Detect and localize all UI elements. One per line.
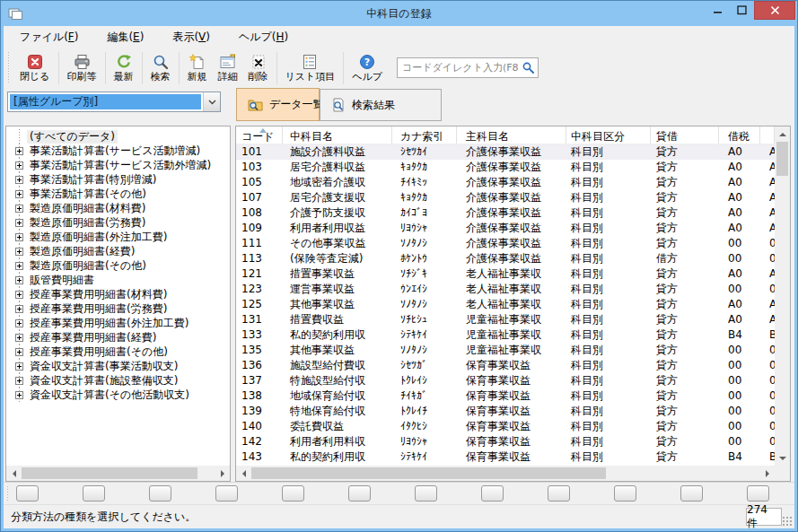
function-key-button[interactable]: [747, 485, 769, 501]
toolbar-button-list[interactable]: リスト項目: [280, 49, 341, 87]
table-vertical-scrollbar[interactable]: [775, 126, 790, 466]
column-header-kubun[interactable]: 中科目区分: [566, 126, 651, 144]
table-row[interactable]: 135 其他事業収益 ｿﾉﾀﾉｼ 児童福祉事業収 科目別 貸方 00 00: [236, 343, 775, 358]
tree-item[interactable]: 事業活動計算書(その他): [6, 187, 230, 201]
tree-item[interactable]: 資金収支計算書(その他活動収支): [6, 388, 230, 402]
scroll-right-icon[interactable]: [215, 466, 230, 481]
tree-item[interactable]: 製造原価明細書(経費): [6, 244, 230, 258]
toolbar-button-refresh[interactable]: 最新: [109, 49, 139, 87]
table-row[interactable]: 123 運営事業収益 ｳﾝｴｲｼ 老人福祉事業収 科目別 貸方 00 00: [236, 282, 775, 297]
toolbar-button-help[interactable]: ? ヘルプ: [346, 49, 388, 87]
expand-plus-icon[interactable]: [15, 190, 23, 198]
function-key-button[interactable]: [83, 485, 105, 501]
toolbar-button-print[interactable]: 印刷等: [62, 49, 102, 87]
expand-plus-icon[interactable]: [15, 334, 23, 342]
table-row[interactable]: 133 私的契約利用収 ｼﾃｷｹｲ 児童福祉事業収 科目別 貸方 B4 B4: [236, 327, 775, 343]
function-key-button[interactable]: [614, 485, 636, 501]
function-key-button[interactable]: [481, 485, 504, 501]
function-key-button[interactable]: [548, 485, 570, 501]
tab-search-results[interactable]: 検索結果: [320, 89, 442, 121]
tab-data-list[interactable]: データ一覧: [236, 88, 320, 121]
expand-plus-icon[interactable]: [15, 161, 23, 170]
expand-plus-icon[interactable]: [15, 391, 23, 399]
function-key-button[interactable]: [680, 485, 703, 501]
function-key-button[interactable]: [348, 485, 371, 501]
minimize-button[interactable]: [706, 1, 730, 20]
table-row[interactable]: 111 その他事業収益 ｿﾉﾀﾉｼ 介護保事業収益 科目別 貸方 00 00: [236, 236, 775, 251]
expand-plus-icon[interactable]: [15, 362, 23, 371]
expand-plus-icon[interactable]: [15, 305, 23, 313]
table-row[interactable]: 139 特地保育給付収 ﾄｸﾚｲﾁ 保育事業収益 科目別 貸方 00 00: [236, 404, 775, 419]
scrollbar-thumb[interactable]: [776, 142, 788, 176]
column-header-tax[interactable]: 借税: [719, 126, 760, 144]
table-row[interactable]: 143 私的契約利用収 ｼﾃｷｹｲ 保育事業収益 科目別 貸方 B4 B4: [236, 449, 775, 465]
column-header-major[interactable]: 主科目名: [457, 126, 566, 144]
toolbar-button-search[interactable]: 検索: [145, 49, 176, 87]
tree-item[interactable]: 事業活動計算書(サービス活動外増減): [6, 158, 230, 172]
tree-item[interactable]: 資金収支計算書(施設整備収支): [6, 373, 230, 388]
resize-grip[interactable]: [783, 517, 793, 527]
table-row[interactable]: 131 措置費収益 ｿﾁﾋｼｭ 児童福祉事業収 科目別 貸方 A0 A0: [236, 312, 775, 327]
tree-item[interactable]: 授産事業費用明細書(材料費): [6, 287, 230, 301]
function-key-button[interactable]: [282, 485, 304, 501]
expand-plus-icon[interactable]: [15, 248, 23, 256]
column-header-kana[interactable]: カナ索引: [392, 126, 457, 144]
toolbar-button-new[interactable]: 新規: [182, 49, 213, 87]
table-row[interactable]: 109 利用者利用収益 ﾘﾖｳｼｬ 介護保事業収益 科目別 貸方 A0 A0: [236, 221, 775, 236]
tree-item[interactable]: 授産事業費用明細書(労務費): [6, 301, 230, 316]
table-row[interactable]: 108 介護予防支援収 ｶｲｺﾞﾖ 介護保事業収益 科目別 貸方 A0 A0: [236, 205, 775, 221]
column-header-code[interactable]: コード: [236, 126, 283, 144]
expand-plus-icon[interactable]: [15, 147, 23, 155]
expand-plus-icon[interactable]: [15, 176, 23, 184]
tree-item[interactable]: 製造原価明細書(その他): [6, 258, 230, 273]
table-row[interactable]: 140 委託費収益 ｲﾀｸﾋｼ 保育事業収益 科目別 貸方 00 00: [236, 419, 775, 434]
group-filter-combobox[interactable]: [属性グループ別]: [7, 92, 221, 112]
expand-plus-icon[interactable]: [15, 262, 23, 270]
expand-plus-icon[interactable]: [15, 291, 23, 299]
toolbar-button-close[interactable]: 閉じる: [14, 49, 56, 87]
expand-plus-icon[interactable]: [15, 377, 23, 385]
table-row[interactable]: 103 居宅介護料収益 ｷｮﾀｸｶ 介護保事業収益 科目別 貸方 A0 A0: [236, 160, 775, 175]
table-row[interactable]: 101 施設介護料収益 ｼｾﾂｶｲ 介護保事業収益 科目別 貸方 A0 A0: [236, 144, 775, 160]
scroll-left-icon[interactable]: [6, 466, 22, 481]
column-header-side[interactable]: 貸借: [651, 126, 719, 144]
expand-plus-icon[interactable]: [15, 219, 23, 227]
toolbar-button-detail[interactable]: 詳細: [213, 49, 243, 87]
tree-item[interactable]: 事業活動計算書(サービス活動増減): [6, 144, 230, 158]
table-row[interactable]: 142 利用者利用料収 ﾘﾖｳｼｬ 保育事業収益 科目別 貸方 00 00: [236, 434, 775, 449]
input-search-icon[interactable]: [522, 62, 534, 76]
menu-item[interactable]: 編集(E): [107, 30, 144, 45]
scrollbar-thumb[interactable]: [251, 467, 606, 479]
code-direct-input[interactable]: [397, 57, 539, 78]
close-window-button[interactable]: [754, 1, 795, 20]
scrollbar-thumb[interactable]: [22, 467, 197, 479]
table-row[interactable]: 125 其他事業収益 ｿﾉﾀﾉｼ 老人福祉事業収 科目別 貸方 A0 A0: [236, 297, 775, 312]
tree-item[interactable]: 資金収支計算書(事業活動収支): [6, 359, 230, 373]
expand-plus-icon[interactable]: [15, 276, 23, 284]
function-key-button[interactable]: [16, 485, 39, 501]
expand-plus-icon[interactable]: [15, 319, 23, 327]
scroll-right-icon[interactable]: [759, 466, 775, 481]
menu-item[interactable]: 表示(V): [172, 30, 210, 45]
expand-plus-icon[interactable]: [15, 348, 23, 356]
function-key-button[interactable]: [215, 485, 238, 501]
scroll-left-icon[interactable]: [236, 466, 251, 481]
combobox-dropdown-button[interactable]: [203, 92, 220, 111]
expand-plus-icon[interactable]: [15, 205, 23, 213]
menu-item[interactable]: ファイル(F): [20, 30, 78, 45]
toolbar-grip-handle[interactable]: [7, 52, 11, 84]
tree-item[interactable]: 製造原価明細書(材料費): [6, 201, 230, 215]
tree-item[interactable]: 授産事業費用明細書(外注加工費): [6, 316, 230, 330]
table-row[interactable]: 105 地域密着介護収 ﾁｲｷﾐｯ 介護保事業収益 科目別 貸方 A0 A0: [236, 175, 775, 190]
tree-item[interactable]: 授産事業費用明細書(その他): [6, 344, 230, 359]
scroll-down-icon[interactable]: [775, 450, 790, 466]
tree-item[interactable]: 製造原価明細書(労務費): [6, 215, 230, 230]
tree-item[interactable]: 授産事業費用明細書(経費): [6, 330, 230, 344]
table-row[interactable]: 107 居宅介護支援収 ｷｮﾀｸｶ 介護保事業収益 科目別 貸方 A0 A0: [236, 190, 775, 205]
column-header-partial[interactable]: [760, 126, 775, 144]
function-key-button[interactable]: [415, 485, 437, 501]
expand-plus-icon[interactable]: [15, 233, 23, 241]
tree-item[interactable]: 販管費明細書: [6, 273, 230, 287]
table-row[interactable]: 121 措置事業収益 ｿﾁｼﾞｷ 老人福祉事業収 科目別 貸方 A0 A0: [236, 266, 775, 282]
scroll-up-icon[interactable]: [775, 126, 790, 142]
